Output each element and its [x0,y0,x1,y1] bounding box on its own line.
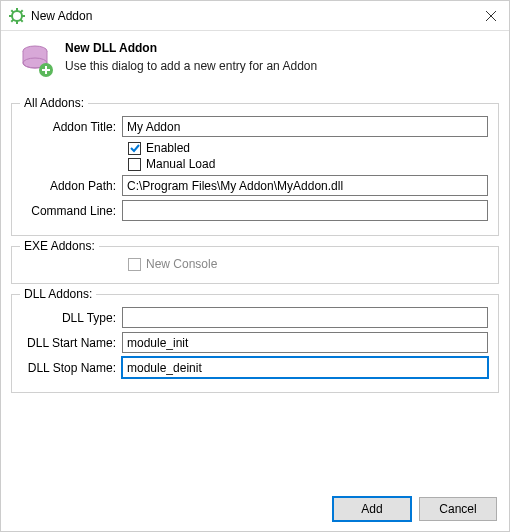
enabled-label: Enabled [146,141,190,155]
group-dll-legend: DLL Addons: [20,287,96,301]
group-all-addons: All Addons: Addon Title: Enabled Manual … [11,103,499,236]
svg-line-6 [21,19,23,21]
dll-type-input[interactable] [122,307,488,328]
dialog-header: New DLL Addon Use this dialog to add a n… [1,31,509,93]
checkbox-unchecked-icon [128,158,141,171]
enabled-checkbox[interactable]: Enabled [128,141,488,155]
dll-type-label: DLL Type: [22,311,122,325]
close-button[interactable] [481,8,501,24]
dll-start-label: DLL Start Name: [22,336,122,350]
addon-path-input[interactable] [122,175,488,196]
manual-load-label: Manual Load [146,157,215,171]
svg-line-8 [21,10,23,12]
manual-load-checkbox[interactable]: Manual Load [128,157,488,171]
titlebar: New Addon [1,1,509,31]
addon-title-label: Addon Title: [22,120,122,134]
header-subtitle: Use this dialog to add a new entry for a… [65,59,317,73]
group-all-legend: All Addons: [20,96,88,110]
group-exe-addons: EXE Addons: New Console [11,246,499,284]
addon-path-label: Addon Path: [22,179,122,193]
checkbox-checked-icon [128,142,141,155]
svg-line-5 [11,10,13,12]
svg-line-7 [11,19,13,21]
new-console-label: New Console [146,257,217,271]
database-add-icon [19,43,55,79]
dll-start-input[interactable] [122,332,488,353]
window-title: New Addon [31,9,481,23]
svg-point-0 [12,11,22,21]
gear-icon [9,8,25,24]
group-exe-legend: EXE Addons: [20,239,99,253]
button-row: Add Cancel [333,497,497,521]
command-line-label: Command Line: [22,204,122,218]
command-line-input[interactable] [122,200,488,221]
checkbox-disabled-icon [128,258,141,271]
dll-stop-label: DLL Stop Name: [22,361,122,375]
addon-title-input[interactable] [122,116,488,137]
cancel-button[interactable]: Cancel [419,497,497,521]
add-button[interactable]: Add [333,497,411,521]
group-dll-addons: DLL Addons: DLL Type: DLL Start Name: DL… [11,294,499,393]
dll-stop-input[interactable] [122,357,488,378]
new-console-checkbox: New Console [128,257,488,271]
header-title: New DLL Addon [65,41,317,55]
